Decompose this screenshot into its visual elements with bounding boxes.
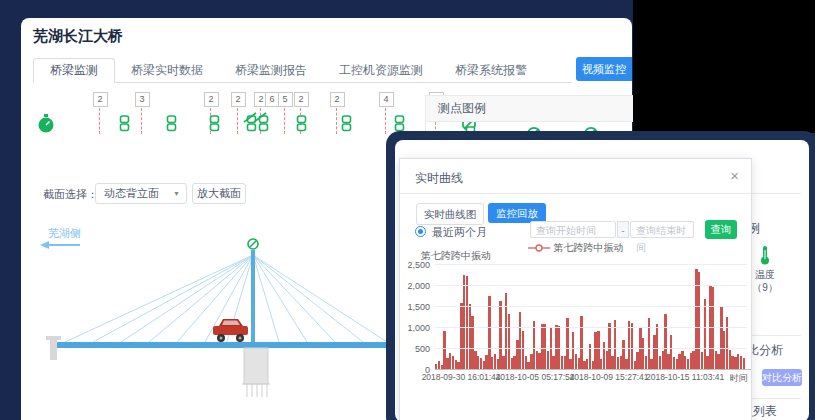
link-sensor[interactable] [165, 115, 178, 136]
background-black-region [633, 0, 815, 133]
xaxis-tick-label: 2018-10-05 05:17:54 [496, 372, 575, 382]
temp-count: （9） [751, 281, 779, 295]
legend-marker-icon [528, 244, 550, 252]
bridge-deck [54, 342, 392, 348]
link-sensor[interactable] [295, 115, 308, 136]
link-sensor[interactable] [118, 115, 131, 136]
stopwatch-icon[interactable] [37, 114, 55, 134]
xaxis-tick-label: 2018-09-30 16:01:44 [422, 372, 501, 382]
section-select-dropdown[interactable]: 动态背立面 ▼ [95, 183, 187, 204]
alarm-dash-line [284, 108, 285, 134]
page-title: 芜湖长江大桥 [33, 27, 123, 46]
date-separator: - [617, 221, 629, 238]
sensor-count-badge[interactable]: 4 [379, 92, 394, 107]
query-start-input[interactable]: 查询开始时间 [530, 221, 616, 238]
xaxis-tick-label: 2018-10-15 11:03:41 [646, 372, 724, 382]
xaxis-title: 时间 [730, 372, 748, 385]
tab-realtime-curve[interactable]: 实时曲线图 [416, 203, 484, 225]
tab-4[interactable]: 桥梁系统报警 [439, 59, 543, 82]
video-monitor-button[interactable]: 视频监控 [576, 57, 632, 81]
compare-analysis-button[interactable]: 对比分析 [762, 369, 802, 386]
chart-xaxis-line [435, 369, 751, 370]
sensor-count-badge[interactable]: 2 [204, 92, 219, 107]
dialog-title: 实时曲线 [415, 170, 463, 187]
radio-last-two-months[interactable] [415, 226, 426, 237]
sensor-count-badge[interactable]: 2 [294, 92, 309, 107]
link-sensor-icon[interactable] [118, 115, 131, 132]
link-sensor-icon[interactable] [208, 115, 221, 132]
alarm-dash-line [99, 108, 100, 134]
gridline [435, 327, 747, 328]
tab-monitor-playback[interactable]: 监控回放 [488, 203, 546, 223]
dialog-header: 实时曲线 × [400, 159, 751, 194]
tower-sensor-icon[interactable] [248, 239, 258, 249]
query-end-input[interactable]: 查询结束时间 [630, 221, 694, 238]
yaxis-tick-label: 2,500 [400, 260, 430, 270]
yaxis-tick-label: 2,000 [400, 281, 430, 291]
temp-label: 温度 [751, 268, 779, 282]
car-graphic [213, 319, 248, 342]
sensor-count-badge[interactable]: 5 [278, 92, 293, 107]
query-button[interactable]: 查询 [705, 220, 737, 239]
link-sensor-icon[interactable] [340, 115, 353, 132]
legend-series-name: 第七跨跨中振动 [554, 242, 624, 253]
yaxis-tick-label: 1,500 [400, 302, 430, 312]
section-select-label: 截面选择： [43, 187, 98, 202]
realtime-curve-dialog: 实时曲线 × 实时曲线图 监控回放 最近两个月 查询开始时间 - 查询结束时间 … [399, 158, 752, 420]
chart-bar [743, 358, 745, 369]
gridline [435, 285, 747, 286]
cluster-diagonal-marks [243, 110, 271, 128]
tab-3[interactable]: 工控机资源监测 [323, 59, 439, 82]
sensor-count-badge[interactable]: 3 [135, 92, 150, 107]
close-icon[interactable]: × [730, 167, 739, 184]
yaxis-tick-label: 500 [400, 344, 430, 354]
tab-2[interactable]: 桥梁监测报告 [219, 59, 323, 82]
radio-label: 最近两个月 [432, 225, 487, 240]
section-select-value: 动态背立面 [104, 187, 159, 199]
link-sensor[interactable] [340, 115, 353, 136]
link-sensor-icon[interactable] [393, 115, 406, 132]
gridline [435, 306, 747, 307]
alarm-dash-line [336, 108, 337, 134]
bridge-pier [242, 348, 270, 397]
zoom-section-button[interactable]: 放大截面 [192, 183, 246, 204]
bridge-tower [251, 250, 255, 345]
stopwatch-sensor[interactable] [37, 114, 55, 138]
chart-bars [435, 264, 747, 369]
alarm-dash-line [237, 108, 238, 134]
gridline [435, 348, 747, 349]
link-sensor-icon[interactable] [295, 115, 308, 132]
alarm-dash-line [141, 108, 142, 134]
sensor-count-badge[interactable]: 2 [93, 92, 108, 107]
sensor-count-badge[interactable]: 2 [231, 92, 246, 107]
alarm-dash-line [385, 108, 386, 134]
divider [751, 398, 801, 399]
divider [751, 193, 801, 194]
yaxis-tick-label: 1,000 [400, 323, 430, 333]
divider [751, 335, 801, 336]
tab-0[interactable]: 桥梁监测 [33, 58, 115, 83]
sensor-count-badge[interactable]: 2 [330, 92, 345, 107]
yaxis-title: 第七跨跨中振动 [421, 249, 491, 263]
tab-1[interactable]: 桥梁实时数据 [115, 59, 219, 82]
xaxis-tick-label: 2018-10-09 15:27:41 [570, 372, 649, 382]
link-sensor[interactable] [208, 115, 221, 136]
main-tab-bar: 桥梁监测桥梁实时数据桥梁监测报告工控机资源监测桥梁系统报警 [33, 57, 572, 83]
thermometer-icon[interactable] [759, 246, 771, 266]
chevron-down-icon: ▼ [173, 184, 180, 203]
gridline [435, 264, 747, 265]
link-sensor-icon[interactable] [165, 115, 178, 132]
legend-panel-title: 测点图例 [426, 96, 633, 122]
